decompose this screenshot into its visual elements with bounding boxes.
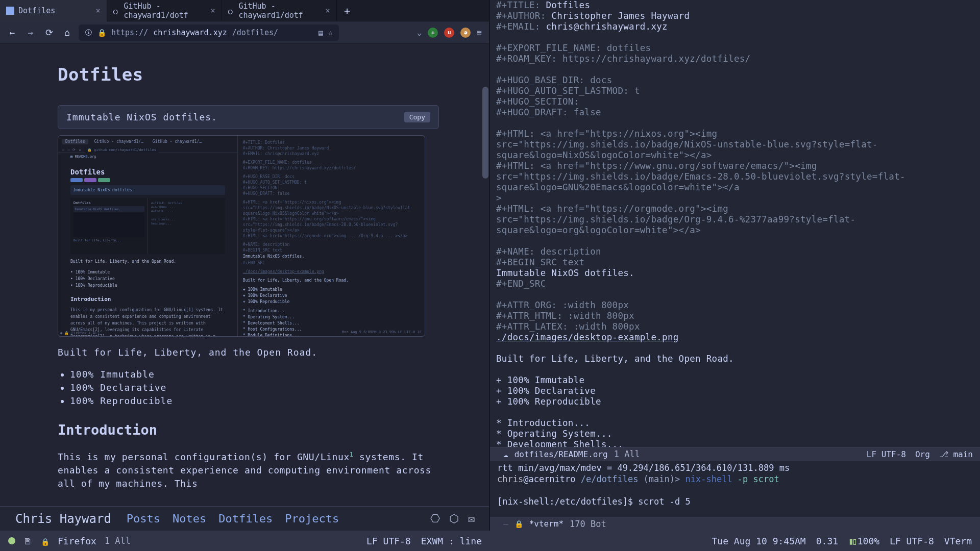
org-line	[496, 407, 973, 418]
nav-posts[interactable]: Posts	[127, 512, 160, 525]
org-line: ./docs/images/desktop-example.png	[496, 332, 973, 343]
browser-tab-1[interactable]: GitHub - chayward1/dotf ×	[107, 0, 222, 21]
org-line: src="https://img.shields.io/badge/Emacs-…	[496, 171, 973, 193]
org-line	[496, 364, 973, 375]
org-line: #+HTML: <a href="https://nixos.org"><img	[496, 129, 973, 139]
browser-tab-2[interactable]: GitHub - chayward1/dotf ×	[222, 0, 337, 21]
clock: Tue Aug 10 9:45AM	[712, 536, 805, 546]
dash-icon: —	[503, 519, 508, 529]
feature-item: 100% Declarative	[70, 381, 439, 394]
org-line: #+HTML: <a href="https://orgmode.org"><i…	[496, 204, 973, 214]
description-text: Immutable NixOS dotfiles.	[66, 112, 217, 122]
org-line: #+ATTR_HTML: :width 800px	[496, 311, 973, 321]
buffer-position: 1 All	[614, 449, 640, 459]
gitlab-icon[interactable]: ⬡	[449, 512, 459, 525]
close-icon[interactable]: ×	[95, 6, 101, 15]
terminal-line: [nix-shell:/etc/dotfiles]$ scrot -d 5	[497, 496, 973, 507]
terminal-line: rtt min/avg/max/mdev = 49.294/186.651/36…	[497, 462, 973, 473]
term-modeline: — *vterm* 170 Bot	[490, 517, 980, 531]
back-button[interactable]: ←	[5, 27, 19, 38]
scrollbar[interactable]	[482, 87, 488, 531]
forward-button[interactable]: →	[23, 27, 38, 38]
exwm-modeline-left: 🗎 Firefox 1 All LF UTF-8 EXWM : line	[0, 531, 490, 551]
org-line: src="https://img.shields.io/badge/NixOS-…	[496, 139, 973, 161]
terminal-line: chris@acernitro /e/dotfiles (main)> nix-…	[497, 473, 973, 485]
readonly-icon	[514, 519, 523, 529]
org-line: #+AUTHOR: Christopher James Hayward	[496, 11, 973, 21]
nav-dotfiles[interactable]: Dotfiles	[218, 512, 273, 525]
feature-item: 100% Reproducible	[70, 394, 439, 408]
org-line	[496, 289, 973, 300]
lock-icon[interactable]	[97, 28, 106, 37]
webpage-view: Dotfiles Immutable NixOS dotfiles. Copy …	[0, 44, 490, 531]
battery-icon: 100%	[848, 536, 879, 546]
org-line: * Operating System...	[496, 429, 973, 439]
extension-button-3[interactable]: ◕	[460, 28, 471, 38]
introduction-heading: Introduction	[58, 422, 439, 438]
site-nav-bar: Chris Hayward Posts Notes Dotfiles Proje…	[0, 506, 490, 531]
site-brand[interactable]: Chris Hayward	[15, 512, 111, 526]
browser-tab-0[interactable]: Dotfiles ×	[0, 0, 107, 21]
reader-mode-icon[interactable]: ▤	[318, 28, 323, 37]
url-path: /dotfiles/	[232, 28, 278, 37]
git-branch: main	[939, 449, 973, 459]
window-divider[interactable]	[489, 0, 490, 531]
major-mode: Org	[915, 449, 930, 459]
extension-button-1[interactable]: +	[428, 28, 438, 38]
close-icon[interactable]: ×	[325, 6, 330, 15]
pocket-icon[interactable]: ⌄	[417, 28, 422, 37]
encoding: LF UTF-8	[366, 536, 411, 546]
org-line: Built for Life, Liberty, and the Open Ro…	[496, 354, 973, 364]
org-line: #+HUGO_BASE_DIR: docs	[496, 75, 973, 86]
terminal-view[interactable]: rtt min/avg/max/mdev = 49.294/186.651/36…	[490, 461, 980, 517]
org-line: src="https://img.shields.io/badge/Org-9.…	[496, 214, 973, 236]
description-code-block: Immutable NixOS dotfiles. Copy	[58, 105, 439, 129]
org-editor-view[interactable]: #+TITLE: Dotfiles#+AUTHOR: Christopher J…	[490, 0, 980, 447]
bookmark-icon[interactable]: ☆	[328, 28, 333, 37]
nav-notes[interactable]: Notes	[173, 512, 206, 525]
org-line: #+ATTR_ORG: :width 800px	[496, 300, 973, 311]
org-line	[496, 343, 973, 354]
nav-projects[interactable]: Projects	[285, 512, 339, 525]
url-bar[interactable]: https://chrishayward.xyz/dotfiles/ ▤ ☆	[79, 24, 339, 41]
feature-list: 100% Immutable 100% Declarative 100% Rep…	[70, 368, 439, 408]
body-text: This is my personal configuration(s) for…	[58, 448, 439, 490]
desktop-example-image: Dotfiles GitHub - chayward1/… GitHub - c…	[58, 135, 425, 337]
org-line	[496, 118, 973, 129]
new-tab-button[interactable]: +	[337, 5, 357, 17]
extension-button-2[interactable]: u	[444, 28, 454, 38]
exwm-modeline-right: Tue Aug 10 9:45AM 0.31 100% LF UTF-8 VTe…	[490, 531, 980, 551]
org-line: #+BEGIN_SRC text	[496, 257, 973, 268]
org-line: #+ROAM_KEY: https://chrishayward.xyz/dot…	[496, 54, 973, 64]
close-icon[interactable]: ×	[210, 6, 215, 15]
tagline: Built for Life, Liberty, and the Open Ro…	[58, 347, 439, 358]
github-icon[interactable]: ⎔	[430, 512, 440, 525]
browser-toolbar: ← → ⟳ ⌂ https://chrishayward.xyz/dotfile…	[0, 21, 490, 44]
menu-icon[interactable]: ≡	[477, 28, 482, 37]
org-line: #+HUGO_AUTO_SET_LASTMOD: t	[496, 86, 973, 96]
browser-tab-label: GitHub - chayward1/dotf	[238, 2, 321, 20]
cloud-icon: ☁	[503, 449, 508, 459]
copy-button[interactable]: Copy	[404, 112, 430, 122]
org-line: #+EMAIL: chris@chrishayward.xyz	[496, 21, 973, 32]
major-mode: VTerm	[944, 536, 972, 546]
org-line: #+ATTR_LATEX: :width 800px	[496, 321, 973, 332]
browser-tab-strip: Dotfiles × GitHub - chayward1/dotf × Git…	[0, 0, 490, 21]
file-icon: 🗎	[23, 536, 33, 546]
mail-icon[interactable]: ✉	[468, 512, 475, 525]
home-button[interactable]: ⌂	[60, 27, 75, 38]
load-average: 0.31	[816, 536, 838, 546]
encoding: LF UTF-8	[890, 536, 934, 546]
shield-icon[interactable]	[85, 28, 92, 37]
encoding: LF UTF-8	[867, 449, 906, 459]
github-icon	[113, 7, 119, 15]
buffer-name: *vterm*	[529, 519, 564, 529]
reload-button[interactable]: ⟳	[42, 27, 56, 38]
org-line: * Development Shells...	[496, 439, 973, 447]
org-line: #+EXPORT_FILE_NAME: dotfiles	[496, 43, 973, 54]
org-line: #+NAME: description	[496, 246, 973, 257]
buffer-position: 1 All	[105, 536, 131, 546]
status-dot-icon	[8, 537, 15, 544]
scrollbar-thumb[interactable]	[482, 87, 488, 179]
github-icon	[228, 7, 234, 15]
